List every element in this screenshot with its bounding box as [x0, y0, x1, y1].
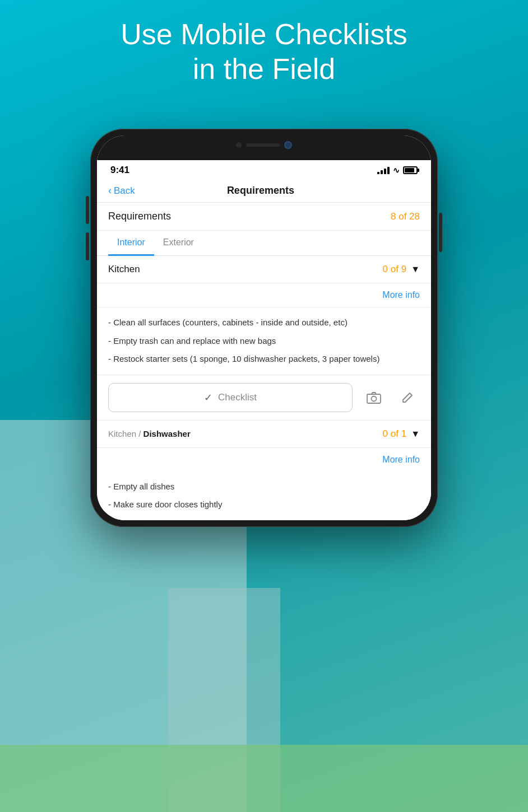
kitchen-title: Kitchen [108, 264, 140, 275]
notch-camera [284, 141, 292, 149]
checkmark-icon: ✓ [204, 391, 212, 404]
back-chevron-icon: ‹ [108, 185, 112, 197]
back-button[interactable]: ‹ Back [108, 185, 135, 197]
notch [208, 136, 320, 155]
kitchen-description-section: - Clean all surfaces (counters, cabinets… [97, 307, 431, 375]
vol-down-button [86, 232, 89, 260]
dishwasher-section-header[interactable]: Kitchen / Dishwasher 0 of 1 ▼ [97, 421, 431, 448]
checklist-button[interactable]: ✓ Checklist [108, 383, 353, 412]
desc-item-3: - Restock starter sets (1 sponge, 10 dis… [108, 353, 420, 366]
requirements-counter: 8 of 28 [391, 211, 420, 222]
title-line2: in the Field [193, 53, 335, 85]
app-content: ‹ Back Requirements Requirements 8 of 28… [97, 179, 431, 520]
tabs-row: Interior Exterior [97, 231, 431, 256]
requirements-header-row: Requirements 8 of 28 [97, 203, 431, 231]
bg-grass [0, 745, 528, 812]
svg-point-1 [372, 396, 377, 401]
header-text-block: Use Mobile Checklists in the Field [0, 17, 528, 87]
kitchen-section-header[interactable]: Kitchen 0 of 9 ▼ [97, 256, 431, 283]
dishwasher-description-section: - Empty all dishes - Make sure door clos… [97, 472, 431, 520]
back-label: Back [114, 185, 135, 197]
nav-title: Requirements [135, 185, 386, 197]
kitchen-counter-group: 0 of 9 ▼ [383, 264, 420, 275]
dishwasher-chevron-down-icon: ▼ [411, 429, 420, 439]
status-bar: 9:41 ∿ [97, 160, 431, 179]
svg-rect-0 [367, 394, 381, 403]
battery-icon [403, 166, 418, 174]
header-title: Use Mobile Checklists in the Field [0, 17, 528, 87]
dishwasher-desc-item-2: - Make sure door closes tightly [108, 498, 420, 511]
dishwasher-more-info-link[interactable]: More info [382, 455, 420, 464]
wifi-icon: ∿ [393, 166, 400, 175]
dishwasher-counter-group: 0 of 1 ▼ [383, 428, 420, 440]
kitchen-more-info-link[interactable]: More info [382, 290, 420, 300]
notch-speaker [246, 143, 280, 147]
status-icons: ∿ [377, 166, 418, 175]
title-line1: Use Mobile Checklists [121, 18, 407, 50]
tab-interior[interactable]: Interior [108, 231, 154, 256]
dishwasher-counter: 0 of 1 [383, 428, 407, 440]
requirements-label: Requirements [108, 211, 171, 222]
notch-bar [97, 136, 431, 160]
checklist-row: ✓ Checklist [97, 375, 431, 421]
kitchen-more-info-row: More info [97, 283, 431, 307]
status-time: 9:41 [110, 165, 129, 176]
phone-outer: 9:41 ∿ [90, 129, 438, 527]
power-button [439, 213, 442, 252]
desc-item-2: - Empty trash can and replace with new b… [108, 335, 420, 348]
dishwasher-desc-item-1: - Empty all dishes [108, 480, 420, 493]
phone-screen: 9:41 ∿ [97, 136, 431, 520]
desc-item-1: - Clean all surfaces (counters, cabinets… [108, 316, 420, 329]
tab-exterior[interactable]: Exterior [154, 231, 203, 256]
checklist-label: Checklist [218, 392, 257, 403]
phone-wrapper: 9:41 ∿ [90, 129, 438, 527]
camera-button[interactable] [362, 385, 386, 410]
vol-up-button [86, 196, 89, 224]
dishwasher-breadcrumb: Kitchen / Dishwasher [108, 429, 191, 438]
notch-dot [236, 142, 242, 148]
pencil-button[interactable] [395, 385, 420, 410]
dishwasher-more-info-row: More info [97, 448, 431, 472]
kitchen-chevron-down-icon: ▼ [411, 264, 420, 274]
nav-bar: ‹ Back Requirements [97, 179, 431, 203]
signal-icon [377, 166, 390, 174]
kitchen-counter: 0 of 9 [383, 264, 407, 275]
